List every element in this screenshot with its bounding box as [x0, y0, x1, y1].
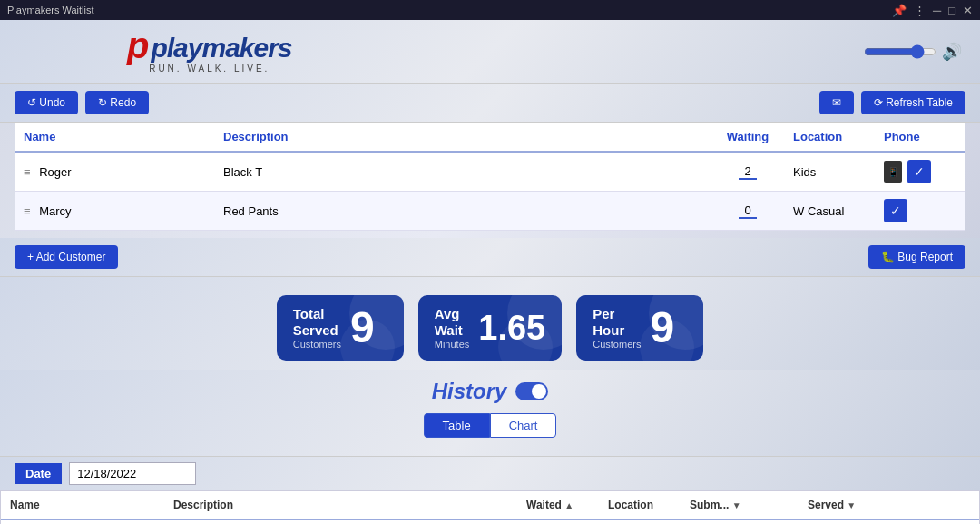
stat-label-avg: AvgWait Minutes [435, 306, 470, 350]
stat-card-total-served: TotalServed Customers 9 [277, 295, 404, 361]
row-location-cell: Kids [784, 152, 875, 192]
waiting-value: 0 [739, 203, 757, 219]
titlebar: Playmakers Waitlist 📌 ⋮ ─ □ ✕ [0, 0, 980, 20]
history-table: Name Description Waited ▲ Location Subm.… [1, 491, 979, 524]
table-row: ≡ Roger Black T 2 Kids 📱 ✓ [15, 152, 965, 192]
hist-served: 11:57:42 AM [799, 519, 916, 524]
logo-area: p playmakers RUN. WALK. LIVE. [127, 29, 292, 74]
hist-name: Sue [1, 519, 164, 524]
waitlist-section: Name Description Waiting Location Phone … [0, 123, 980, 238]
hist-waited: 0.7 [517, 519, 599, 524]
undo-button[interactable]: ↺ Undo [15, 91, 78, 114]
history-body: Sue Pink Dress 0.7 W Run 11:56:58 AM 11:… [1, 519, 979, 524]
email-button[interactable]: ✉ [819, 91, 854, 114]
header: p playmakers RUN. WALK. LIVE. 🔊 [0, 20, 980, 84]
stat-label-text: TotalServed [293, 306, 341, 339]
sort-icon-served: ▼ [847, 500, 856, 510]
table-row: ≡ Marcy Red Pants 0 W Casual ✓ [15, 192, 965, 231]
history-table-wrap: Name Description Waited ▲ Location Subm.… [0, 490, 980, 524]
logo-tagline: RUN. WALK. LIVE. [149, 64, 270, 74]
stat-sub-text: Customers [293, 339, 341, 350]
redo-button[interactable]: ↻ Redo [85, 91, 149, 114]
sort-icon-waited: ▲ [564, 500, 573, 510]
bug-report-button[interactable]: 🐛 Bug Report [868, 245, 965, 269]
hist-desc: Pink Dress [164, 519, 517, 524]
hist-col-location: Location [599, 491, 681, 519]
row-name-cell: ≡ Roger [15, 152, 214, 192]
volume-slider[interactable] [864, 44, 936, 59]
row-waiting-cell: 2 [711, 152, 784, 192]
customer-name: Marcy [39, 204, 71, 218]
hist-col-waited[interactable]: Waited ▲ [517, 491, 599, 519]
row-waiting-cell: 0 [711, 192, 784, 231]
col-description: Description [214, 123, 711, 152]
add-customer-button[interactable]: + Add Customer [15, 245, 118, 269]
table-row: Sue Pink Dress 0.7 W Run 11:56:58 AM 11:… [1, 519, 979, 524]
check-button[interactable]: ✓ [884, 199, 907, 222]
toolbar-right: ✉ ⟳ Refresh Table [819, 91, 965, 114]
date-label: Date [15, 463, 62, 484]
row-phone-cell: ✓ [875, 192, 965, 231]
table-chart-tabs: Table Chart [15, 413, 965, 438]
row-location-cell: W Casual [784, 192, 875, 231]
stat-avg-label-text: AvgWait [435, 306, 470, 339]
row-desc-cell: Black T [214, 152, 711, 192]
stat-label-total: TotalServed Customers [293, 306, 341, 350]
waitlist-table: Name Description Waiting Location Phone … [15, 123, 965, 231]
tab-chart[interactable]: Chart [490, 413, 557, 438]
stat-card-per-hour: PerHour Customers 9 [576, 295, 703, 361]
bottom-toolbar: + Add Customer 🐛 Bug Report [0, 238, 980, 277]
titlebar-menu-icon[interactable]: ⋮ [914, 4, 926, 17]
hist-submitted: 11:56:58 AM [681, 519, 799, 524]
stat-per-hour-label-text: PerHour [593, 306, 641, 339]
titlebar-close-icon[interactable]: ✕ [963, 4, 973, 17]
tab-table[interactable]: Table [424, 413, 490, 438]
date-filter: Date [0, 456, 980, 490]
titlebar-minimize-icon[interactable]: ─ [933, 4, 941, 17]
check-button[interactable]: ✓ [907, 160, 931, 183]
titlebar-title: Playmakers Waitlist [7, 5, 94, 15]
drag-handle-icon[interactable]: ≡ [24, 165, 31, 179]
stat-value-avg: 1.65 [478, 311, 545, 345]
sort-icon-submitted: ▼ [732, 500, 741, 510]
volume-control: 🔊 [864, 42, 962, 62]
hist-actions: ⟳ ✕ [916, 519, 979, 524]
toolbar-left: ↺ Undo ↻ Redo [15, 91, 149, 114]
stat-value-per-hour: 9 [650, 306, 674, 350]
col-location: Location [784, 123, 875, 152]
waitlist-body: ≡ Roger Black T 2 Kids 📱 ✓ [15, 152, 965, 231]
drag-handle-icon[interactable]: ≡ [24, 204, 31, 218]
refresh-button[interactable]: ⟳ Refresh Table [861, 91, 965, 114]
location-value: Kids [793, 165, 816, 179]
date-input[interactable] [69, 462, 196, 485]
history-section: History Table Chart [0, 370, 980, 456]
history-header: History [15, 379, 965, 404]
customer-desc: Red Pants [223, 204, 279, 218]
hist-col-name: Name [1, 491, 164, 519]
col-phone: Phone [875, 123, 965, 152]
row-desc-cell: Red Pants [214, 192, 711, 231]
hist-location: W Run [599, 519, 681, 524]
hist-col-actions [916, 491, 979, 519]
location-value: W Casual [793, 204, 844, 218]
stat-card-avg-wait: AvgWait Minutes 1.65 [418, 295, 563, 361]
phone-icon: 📱 [884, 161, 902, 183]
titlebar-controls: 📌 ⋮ ─ □ ✕ [892, 4, 973, 17]
waiting-value: 2 [739, 164, 757, 180]
titlebar-maximize-icon[interactable]: □ [948, 4, 956, 17]
titlebar-pin-icon[interactable]: 📌 [892, 4, 906, 17]
customer-name: Roger [39, 165, 71, 179]
volume-icon[interactable]: 🔊 [942, 42, 962, 62]
hist-col-desc: Description [164, 491, 517, 519]
logo-name: playmakers [151, 35, 291, 62]
row-phone-cell: 📱 ✓ [875, 152, 965, 192]
stat-value-total: 9 [350, 306, 375, 350]
col-waiting: Waiting [711, 123, 784, 152]
hist-col-submitted[interactable]: Subm... ▼ [681, 491, 799, 519]
row-name-cell: ≡ Marcy [15, 192, 214, 231]
history-toggle[interactable] [515, 382, 548, 400]
stats-section: TotalServed Customers 9 AvgWait Minutes … [0, 277, 980, 370]
toolbar: ↺ Undo ↻ Redo ✉ ⟳ Refresh Table [0, 84, 980, 123]
history-header-row: Name Description Waited ▲ Location Subm.… [1, 491, 979, 519]
hist-col-served[interactable]: Served ▼ [799, 491, 916, 519]
